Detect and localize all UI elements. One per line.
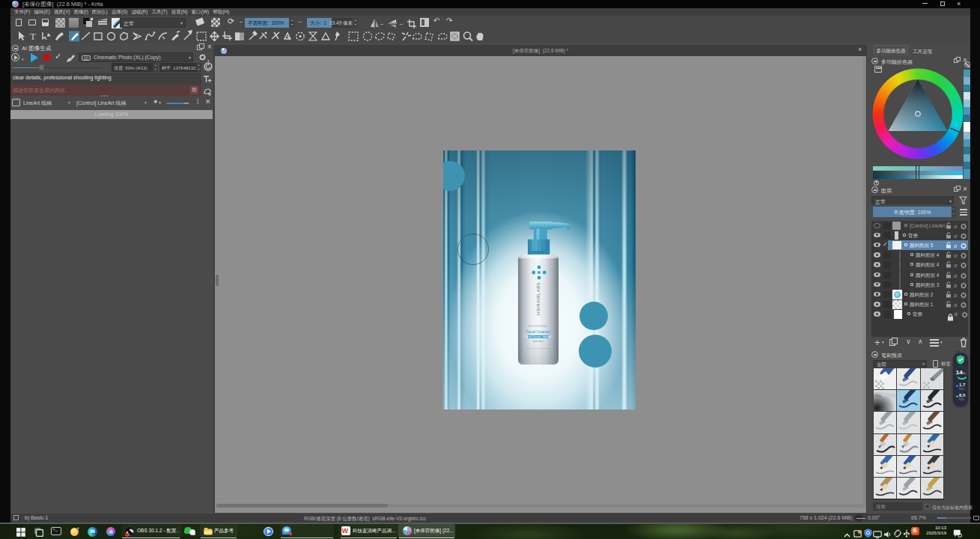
svg-text:Hydra Boost: Hydra Boost bbox=[533, 340, 544, 343]
svg-text:NET WT. 150 mL / 5.0 FL.OZ: NET WT. 150 mL / 5.0 FL.OZ bbox=[527, 347, 550, 350]
svg-text:T: T bbox=[30, 31, 36, 42]
svg-text:Gentle Cleansing · Hydrating: Gentle Cleansing · Hydrating bbox=[526, 335, 551, 338]
svg-text:UDIZRIFREL: UDIZRIFREL bbox=[528, 325, 548, 328]
svg-text:Facial Cleanser: Facial Cleanser bbox=[526, 330, 550, 334]
svg-text:HSIRAIRLABS: HSIRAIRLABS bbox=[536, 282, 541, 315]
